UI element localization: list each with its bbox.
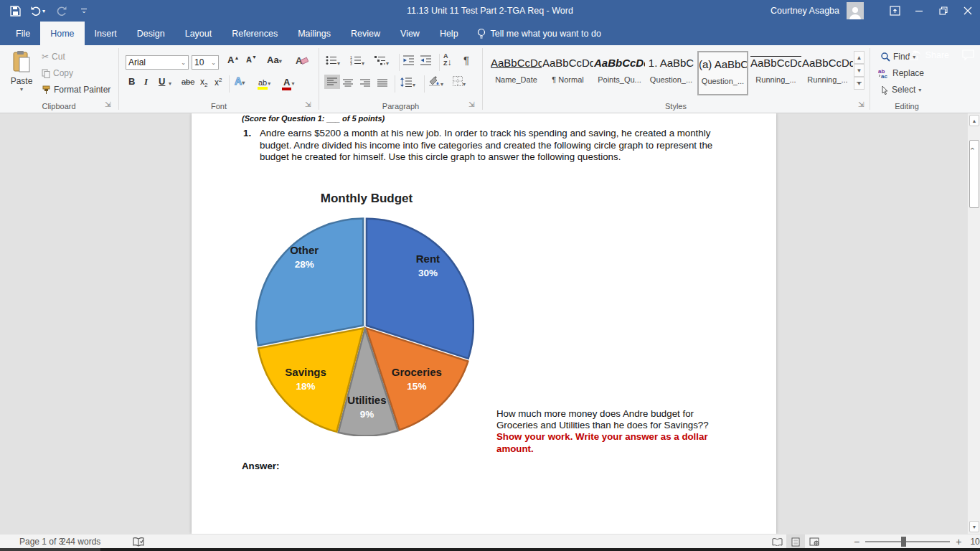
format-painter-button[interactable]: Format Painter (42, 85, 110, 95)
font-size-combobox[interactable]: 10⌄ (192, 55, 219, 70)
vertical-scrollbar[interactable]: ▲ ▼ (967, 113, 980, 534)
show-hide-paragraph-button[interactable]: ¶ (463, 54, 469, 66)
document-area: (Score for Question 1: ___ of 5 points) … (0, 113, 967, 534)
tab-layout[interactable]: Layout (175, 22, 222, 45)
superscript-button[interactable]: x2 (215, 77, 222, 88)
text-effects-button[interactable]: A▾ (235, 75, 245, 87)
grow-font-button[interactable]: A▲ (227, 55, 239, 65)
styles-dialog-launcher[interactable]: ⇲ (858, 101, 867, 110)
paragraph-group-label: Paragraph (320, 102, 481, 110)
underline-dropdown[interactable]: ▾ (169, 80, 171, 87)
tab-review[interactable]: Review (341, 22, 390, 45)
style-name-date[interactable]: AaBbCcDd Name_Date (491, 51, 542, 95)
save-icon[interactable] (7, 3, 23, 19)
replace-button[interactable]: abac Replace (878, 68, 924, 78)
tab-home[interactable]: Home (40, 22, 84, 45)
tab-design[interactable]: Design (127, 22, 175, 45)
multilevel-list-button[interactable]: ▾ (374, 55, 389, 68)
comments-icon[interactable] (962, 50, 974, 60)
change-case-button[interactable]: Aa▾ (267, 55, 282, 65)
tab-file[interactable]: File (6, 22, 40, 45)
pie-label-savings: Savings (285, 366, 326, 378)
page-indicator[interactable]: Page 1 of 3 (19, 534, 63, 549)
strikethrough-button[interactable]: abe (182, 77, 194, 86)
justify-button[interactable] (377, 77, 387, 90)
bullets-button[interactable]: ▾ (326, 55, 340, 68)
find-label: Find (893, 52, 910, 62)
style-question-number[interactable]: 1. AaBbC Question_... (646, 51, 697, 95)
line-spacing-button[interactable]: ▾ (400, 77, 415, 90)
format-painter-icon (42, 85, 51, 95)
borders-button[interactable]: ▾ (453, 76, 466, 89)
pie-slice-other[interactable] (256, 219, 363, 346)
multilevel-list-icon (374, 55, 386, 65)
read-mode-button[interactable] (768, 534, 786, 549)
align-right-button[interactable] (360, 77, 370, 90)
style-running-1[interactable]: AaBbCcDdE Running_... (750, 51, 801, 95)
underline-button[interactable]: U (159, 76, 165, 87)
subscript-button[interactable]: x2 (200, 77, 207, 88)
editing-group-label: Editing (871, 102, 943, 110)
style-normal[interactable]: AaBbCcDd ¶ Normal (542, 51, 593, 95)
undo-icon[interactable]: ▾ (30, 3, 46, 19)
font-family-combobox[interactable]: Arial⌄ (126, 55, 189, 70)
paragraph-dialog-launcher[interactable]: ⇲ (468, 101, 477, 110)
print-layout-button[interactable] (786, 534, 805, 549)
tab-mailings[interactable]: Mailings (288, 22, 341, 45)
tab-insert[interactable]: Insert (85, 22, 127, 45)
zoom-slider[interactable] (865, 534, 950, 549)
document-page[interactable]: (Score for Question 1: ___ of 5 points) … (192, 113, 776, 534)
sort-button[interactable]: AZ↓ (443, 53, 452, 67)
select-button[interactable]: Select▾ (881, 85, 921, 95)
highlight-button[interactable]: ab▾ (258, 75, 270, 88)
bold-button[interactable]: B (128, 76, 135, 87)
decrease-indent-button[interactable] (403, 55, 415, 68)
align-left-button[interactable] (324, 75, 340, 89)
numbering-button[interactable]: 123▾ (350, 55, 364, 68)
tab-help[interactable]: Help (430, 22, 468, 45)
increase-indent-button[interactable] (420, 55, 432, 68)
style-question-letter-selected[interactable]: (a) AaBbC Question_... (697, 51, 748, 95)
clear-formatting-icon: A (296, 55, 308, 66)
tell-me-box[interactable]: Tell me what you want to do (468, 22, 610, 45)
style-points[interactable]: AaBbCcDd Points_Qu... (594, 51, 645, 95)
scroll-up-icon[interactable]: ▲ (969, 115, 979, 126)
share-button[interactable]: Share (909, 50, 949, 60)
web-layout-button[interactable] (805, 534, 824, 549)
avatar[interactable] (847, 2, 864, 19)
style-running-2[interactable]: AaBbCcDdE Running_... (802, 51, 853, 95)
zoom-out-icon[interactable]: − (854, 536, 859, 547)
styles-scroll-up-icon[interactable]: ▲ (854, 51, 864, 64)
word-count[interactable]: 244 words (61, 534, 100, 549)
proofing-status-icon[interactable] (133, 534, 144, 549)
close-button[interactable] (956, 0, 980, 22)
ribbon-display-options-icon[interactable] (882, 0, 907, 22)
tab-view[interactable]: View (390, 22, 430, 45)
borders-icon (453, 76, 463, 86)
restore-button[interactable] (931, 0, 956, 22)
font-dialog-launcher[interactable]: ⇲ (305, 101, 314, 110)
scroll-down-icon[interactable]: ▼ (969, 521, 979, 532)
zoom-slider-thumb[interactable] (901, 537, 906, 547)
clipboard-dialog-launcher[interactable]: ⇲ (105, 101, 113, 110)
clear-formatting-button[interactable]: A (296, 55, 308, 69)
zoom-in-icon[interactable]: + (956, 536, 961, 547)
tab-references[interactable]: References (222, 22, 288, 45)
styles-group: AaBbCcDd Name_Date AaBbCcDd ¶ Normal AaB… (484, 45, 868, 113)
paste-button[interactable]: Paste ▾ (6, 50, 37, 98)
font-group: Arial⌄ 10⌄ A▲ A▼ Aa▾ A B I U ▾ abe x2 x2… (120, 45, 318, 113)
shrink-font-button[interactable]: A▼ (246, 55, 257, 64)
font-color-button[interactable]: A▾ (282, 75, 294, 88)
styles-scroll-down-icon[interactable]: ▼ (854, 64, 864, 77)
align-center-button[interactable] (343, 77, 353, 90)
ribbon: Paste ▾ ✂ Cut Copy Format Painter Clipbo… (0, 45, 980, 113)
zoom-percent[interactable]: 100% (970, 537, 980, 547)
minimize-button[interactable] (907, 0, 931, 22)
user-name[interactable]: Courtney Asagba (771, 6, 839, 16)
clipboard-group-label: Clipboard (0, 102, 118, 110)
customize-qat-icon[interactable]: ⌄ (76, 3, 92, 19)
italic-button[interactable]: I (144, 76, 148, 88)
styles-gallery-more-icon[interactable]: ▼ (854, 77, 864, 90)
collapse-ribbon-icon[interactable]: ⌃ (969, 146, 976, 156)
shading-button[interactable]: ▾ (428, 76, 443, 89)
